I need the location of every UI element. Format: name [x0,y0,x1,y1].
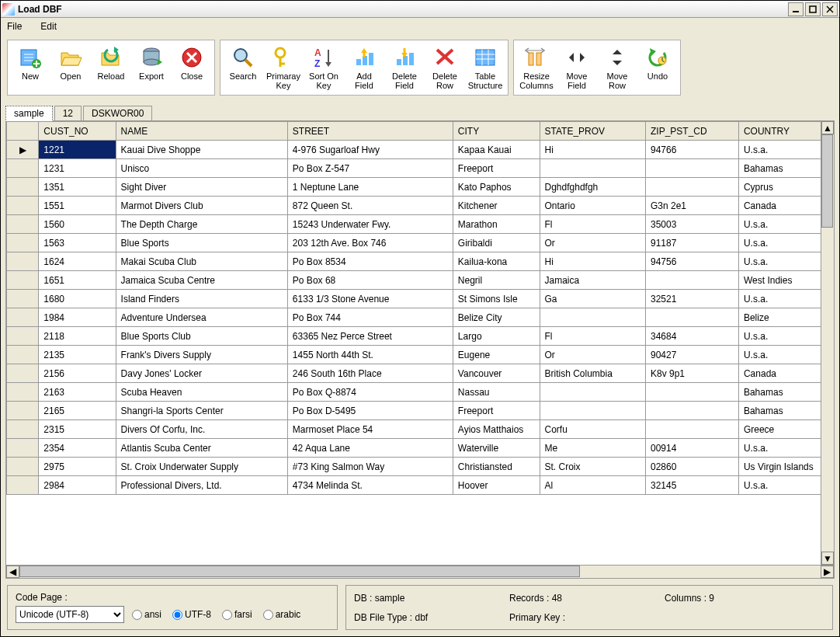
cell[interactable]: Kauai Dive Shoppe [116,141,287,159]
cell[interactable]: Giribaldi [453,234,540,252]
cell[interactable] [540,402,645,420]
cell[interactable]: Bahamas [738,383,833,402]
table-row[interactable]: 2118Blue Sports Club63365 Nez Perce Stre… [7,327,834,346]
cell[interactable]: 34684 [646,327,739,346]
cell[interactable]: Scuba Heaven [116,383,287,402]
cell[interactable]: 6133 1/3 Stone Avenue [287,290,453,308]
cell[interactable]: 1680 [39,290,116,308]
cell[interactable]: Divers Of Corfu, Inc. [116,420,287,439]
cell[interactable]: 2984 [39,476,116,495]
cell[interactable]: Frank's Divers Supply [116,346,287,364]
table-row[interactable]: 1551Marmot Divers Club872 Queen St.Kitch… [7,197,834,215]
cell[interactable]: 4734 Melinda St. [287,476,453,495]
export-button[interactable]: Export [134,44,169,92]
scroll-thumb-v[interactable] [821,134,833,228]
cell[interactable] [646,308,739,327]
open-button[interactable]: Open [53,44,89,92]
cell[interactable]: Fl [540,215,645,234]
table-row[interactable]: 2163Scuba HeavenPo Box Q-8874NassauBaham… [7,383,834,402]
delete-field-button[interactable]: Delete Field [387,44,422,92]
tab-sample[interactable]: sample [5,106,53,121]
cell[interactable]: Davy Jones' Locker [116,364,287,383]
scroll-thumb-h[interactable] [19,566,580,577]
cell[interactable]: 02860 [646,458,739,476]
cell[interactable]: St. Croix [540,458,645,476]
cell[interactable]: Sight Diver [116,178,287,197]
cell[interactable]: 203 12th Ave. Box 746 [287,234,453,252]
table-row[interactable]: 2354Atlantis Scuba Center42 Aqua LaneWat… [7,439,834,458]
row-indicator[interactable] [7,252,39,271]
move-row-button[interactable]: Move Row [599,44,635,92]
vertical-scrollbar[interactable]: ▲ ▼ [821,121,834,565]
cell[interactable]: Jamaica Scuba Centre [116,271,287,290]
table-row[interactable]: 2135Frank's Divers Supply1455 North 44th… [7,346,834,364]
cell[interactable] [646,420,739,439]
sort-on-key-button[interactable]: AZSort On Key [306,44,342,92]
cell[interactable]: Kitchener [453,197,540,215]
cell[interactable]: Al [540,476,645,495]
cell[interactable]: 872 Queen St. [287,197,453,215]
cell[interactable]: 2163 [39,383,116,402]
cell[interactable]: Hi [540,141,645,159]
cell[interactable]: U.s.a. [738,476,833,495]
cell[interactable]: Unisco [116,159,287,178]
table-row[interactable]: ▶1221Kauai Dive Shoppe4-976 Sugarloaf Hw… [7,141,834,159]
cell[interactable]: 00914 [646,439,739,458]
cell[interactable]: Po Box 8534 [287,252,453,271]
cell[interactable]: Shangri-la Sports Center [116,402,287,420]
cell[interactable]: Po Box D-5495 [287,402,453,420]
cell[interactable]: U.s.a. [738,215,833,234]
row-indicator[interactable] [7,420,39,439]
cell[interactable]: Belize [738,308,833,327]
cell[interactable]: Cyprus [738,178,833,197]
cell[interactable]: Po Box Z-547 [287,159,453,178]
cell[interactable]: 2975 [39,458,116,476]
cell[interactable]: Kato Paphos [453,178,540,197]
cell[interactable]: 15243 Underwater Fwy. [287,215,453,234]
cell[interactable]: U.s.a. [738,290,833,308]
cell[interactable]: K8v 9p1 [646,364,739,383]
cell[interactable]: G3n 2e1 [646,197,739,215]
cell[interactable]: Kapaa Kauai [453,141,540,159]
row-indicator[interactable] [7,234,39,252]
row-indicator[interactable] [7,364,39,383]
cell[interactable]: St Simons Isle [453,290,540,308]
cell[interactable]: U.s.a. [738,141,833,159]
cell[interactable]: 90427 [646,346,739,364]
tab-dskwor00[interactable]: DSKWOR00 [83,106,152,120]
radio-input-farsi[interactable] [222,610,232,620]
cell[interactable]: U.s.a. [738,327,833,346]
cell[interactable]: 1455 North 44th St. [287,346,453,364]
row-indicator[interactable] [7,458,39,476]
horizontal-scrollbar[interactable]: ◀ ▶ [6,565,834,578]
search-button[interactable]: Search [225,44,261,92]
scroll-up-button[interactable]: ▲ [821,121,834,134]
cell[interactable]: 32521 [646,290,739,308]
table-row[interactable]: 2315Divers Of Corfu, Inc.Marmoset Place … [7,420,834,439]
column-header[interactable]: CITY [453,122,540,141]
cell[interactable]: Jamaica [540,271,645,290]
scroll-left-button[interactable]: ◀ [6,566,19,578]
cell[interactable]: 1651 [39,271,116,290]
cell[interactable]: Hi [540,252,645,271]
table-row[interactable]: 2156Davy Jones' Locker246 South 16th Pla… [7,364,834,383]
row-indicator[interactable] [7,290,39,308]
radio-utf8[interactable]: UTF-8 [172,609,211,620]
radio-farsi[interactable]: farsi [222,609,252,620]
row-indicator[interactable] [7,476,39,495]
table-row[interactable]: 1563Blue Sports203 12th Ave. Box 746Giri… [7,234,834,252]
cell[interactable]: Bahamas [738,402,833,420]
column-header[interactable]: NAME [116,122,287,141]
radio-input-utf8[interactable] [172,610,182,620]
tab-12[interactable]: 12 [54,106,82,120]
minimize-button[interactable] [788,2,804,16]
cell[interactable]: Largo [453,327,540,346]
cell[interactable]: Belize City [453,308,540,327]
cell[interactable]: Me [540,439,645,458]
cell[interactable]: Greece [738,420,833,439]
cell[interactable]: Negril [453,271,540,290]
table-row[interactable]: 1560The Depth Charge15243 Underwater Fwy… [7,215,834,234]
cell[interactable]: Ga [540,290,645,308]
cell[interactable]: Blue Sports Club [116,327,287,346]
delete-row-button[interactable]: Delete Row [427,44,463,92]
